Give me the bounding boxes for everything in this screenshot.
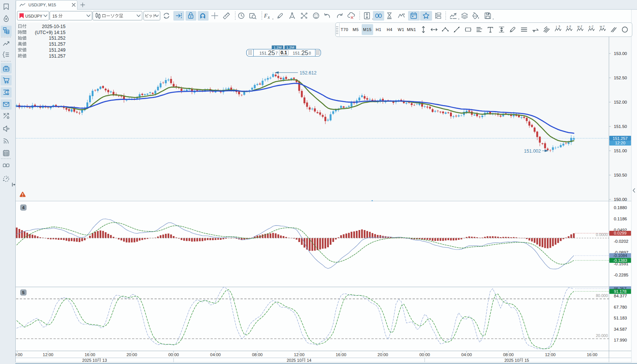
svg-text:151.50: 151.50 (614, 124, 627, 129)
svg-text:H4: H4 (387, 27, 392, 32)
svg-text:8: 8 (309, 51, 311, 55)
svg-text:15: 15 (523, 358, 529, 363)
svg-text:x: x (267, 15, 270, 19)
svg-text:7: 7 (275, 51, 278, 55)
svg-text:151.00: 151.00 (614, 149, 627, 153)
svg-text:67.780: 67.780 (614, 305, 627, 309)
svg-text:0.1880: 0.1880 (614, 205, 627, 210)
svg-text:14: 14 (306, 358, 311, 363)
svg-text:20:00: 20:00 (377, 352, 388, 357)
svg-text:25: 25 (268, 49, 275, 56)
svg-text:151.002: 151.002 (524, 149, 541, 154)
svg-text:1.2M: 1.2M (273, 45, 281, 49)
svg-text:5: 5 (559, 25, 560, 28)
svg-text:(UTC+9) 14:15: (UTC+9) 14:15 (35, 30, 65, 35)
svg-text:153.00: 153.00 (614, 51, 627, 56)
svg-text:2025 10: 2025 10 (287, 358, 302, 363)
svg-text:USD/JPY, M15: USD/JPY, M15 (28, 3, 56, 7)
svg-text:12:00: 12:00 (43, 352, 53, 357)
svg-text:E: E (570, 25, 572, 28)
svg-text:80.000: 80.000 (596, 293, 608, 298)
svg-text:17.990: 17.990 (614, 338, 627, 342)
svg-text:15: 15 (52, 14, 58, 18)
svg-text:151.257: 151.257 (49, 53, 66, 59)
svg-text:12:00: 12:00 (545, 352, 555, 357)
svg-text:1: 1 (556, 25, 557, 28)
svg-text:W1: W1 (398, 27, 404, 32)
svg-text:0.1186: 0.1186 (614, 217, 627, 221)
svg-text:5: 5 (22, 290, 25, 295)
svg-text:0.0299: 0.0299 (614, 231, 627, 235)
svg-text:04:00: 04:00 (461, 352, 472, 357)
svg-text:A: A (567, 25, 569, 28)
svg-text:-0.1383: -0.1383 (613, 258, 627, 263)
svg-text:-0.0202: -0.0202 (614, 239, 628, 244)
svg-text:151.252: 151.252 (49, 36, 66, 41)
svg-text:25: 25 (301, 49, 308, 56)
svg-text:Z: Z (581, 25, 582, 28)
svg-text:0.0000: 0.0000 (596, 232, 608, 237)
svg-text:08:00: 08:00 (252, 352, 263, 357)
svg-text:51.183: 51.183 (614, 316, 627, 320)
svg-text:20:00: 20:00 (126, 352, 137, 357)
svg-text:151.257: 151.257 (49, 42, 66, 47)
svg-text:151.: 151. (260, 51, 268, 55)
svg-text:T70: T70 (341, 27, 348, 32)
svg-text:34.587: 34.587 (614, 327, 627, 331)
svg-text:A: A (589, 25, 591, 28)
svg-text:00:00: 00:00 (168, 352, 179, 357)
svg-text:12:20: 12:20 (615, 141, 625, 145)
svg-text:-0.2285: -0.2285 (614, 273, 628, 277)
svg-text:-0.1084: -0.1084 (613, 253, 627, 258)
svg-text:151.257: 151.257 (613, 136, 628, 141)
svg-text:Y: Y (603, 25, 605, 28)
svg-text:H1: H1 (376, 27, 381, 32)
svg-text:2025 10: 2025 10 (82, 358, 97, 363)
svg-text:F: F (264, 13, 267, 19)
svg-text:151.: 151. (293, 51, 301, 55)
svg-text:USD/JPY: USD/JPY (25, 14, 43, 18)
svg-text:13: 13 (101, 358, 107, 363)
svg-text:152.50: 152.50 (614, 76, 627, 80)
svg-text:W: W (577, 25, 580, 28)
svg-text:12:00: 12:00 (294, 352, 304, 357)
svg-text:MN1: MN1 (407, 27, 416, 32)
svg-text:152.612: 152.612 (300, 70, 316, 76)
svg-text:04:00: 04:00 (210, 352, 221, 357)
svg-text:2025-10-15: 2025-10-15 (42, 24, 65, 29)
svg-text:151.249: 151.249 (49, 48, 66, 53)
svg-text:00:00: 00:00 (419, 352, 430, 357)
svg-text:1.2M: 1.2M (286, 45, 294, 49)
svg-text:C: C (592, 25, 594, 28)
svg-text:150.00: 150.00 (614, 197, 627, 202)
svg-text:16:00: 16:00 (336, 352, 346, 357)
svg-text:152.00: 152.00 (614, 100, 627, 104)
svg-text:150.50: 150.50 (614, 173, 627, 177)
svg-text:16:00: 16:00 (85, 352, 95, 357)
svg-text:W: W (600, 25, 602, 28)
svg-text:16:00: 16:00 (587, 352, 597, 357)
svg-text:20.000: 20.000 (596, 333, 608, 338)
svg-text:4: 4 (22, 205, 25, 210)
svg-text:2025 10: 2025 10 (505, 358, 520, 363)
svg-text:0.1: 0.1 (281, 50, 287, 55)
svg-text:08:00: 08:00 (503, 352, 514, 357)
svg-text:M5: M5 (353, 27, 359, 32)
svg-text:M15: M15 (363, 27, 372, 32)
svg-text:91.178: 91.178 (614, 289, 627, 294)
svg-text:84.377: 84.377 (614, 294, 627, 298)
